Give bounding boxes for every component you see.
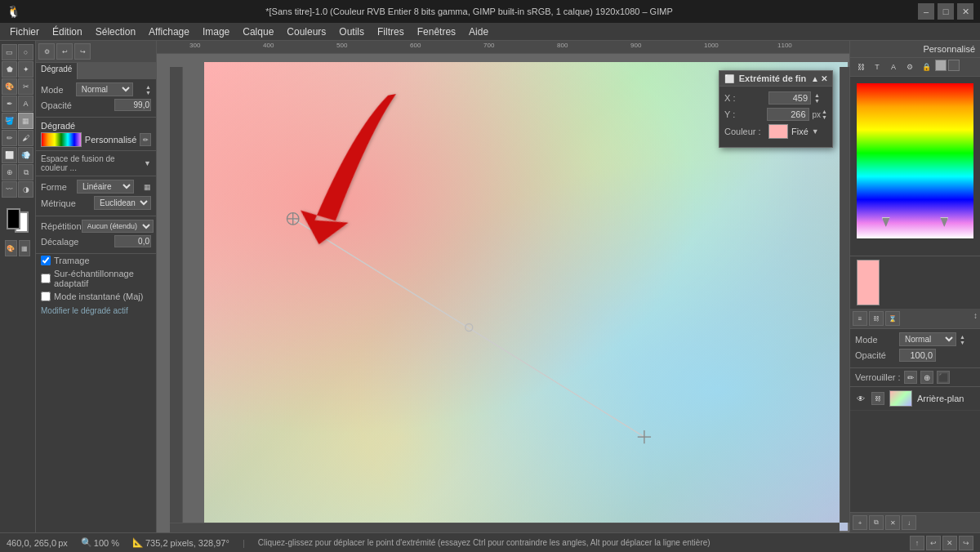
tool-pencil[interactable]: ✏ [2, 130, 17, 146]
layer-new-btn[interactable]: + [853, 515, 867, 530]
tool-fuzzy-select[interactable]: ✦ [18, 61, 33, 78]
tool-eraser[interactable]: ⬜ [2, 147, 17, 163]
tool-rect-select[interactable]: ▭ [2, 44, 17, 60]
sur-ech-checkbox[interactable] [41, 274, 51, 283]
layer-merge-btn[interactable]: ↓ [902, 515, 916, 530]
tool-gradient[interactable]: ▦ [18, 113, 33, 129]
statusbar-btn2[interactable]: ↩ [926, 536, 941, 550]
menu-aide[interactable]: Aide [462, 24, 495, 39]
degrade-preview[interactable] [41, 132, 82, 147]
menu-image[interactable]: Image [196, 24, 236, 39]
gradient-info-btn[interactable]: A [886, 60, 901, 74]
tool-clone[interactable]: ⧉ [18, 164, 33, 180]
menu-outils[interactable]: Outils [332, 24, 371, 39]
canvas-area[interactable]: 300 400 500 600 700 800 900 1000 1100 [157, 41, 849, 532]
gradient-lock-btn[interactable]: 🔒 [919, 60, 933, 74]
menu-calque[interactable]: Calque [236, 24, 280, 39]
menu-fenetres[interactable]: Fenêtres [411, 24, 462, 39]
tool-airbrush[interactable]: 💨 [18, 147, 33, 163]
mode-select[interactable]: Normal [76, 82, 133, 96]
gradient-color2-btn[interactable] [948, 60, 960, 71]
endpoint-dialog: ⬜ Extrémité de fin ▲ ✕ X : ▲ ▼ [719, 70, 833, 148]
menu-filtres[interactable]: Filtres [371, 24, 411, 39]
right-opacity-input[interactable] [899, 349, 936, 362]
layer-copy-btn[interactable]: ⧉ [869, 515, 884, 530]
lock-pixels-btn[interactable]: ✏ [904, 371, 917, 384]
metrique-row: Métrique Euclidean [41, 196, 151, 210]
vscroll[interactable] [840, 67, 849, 523]
color-mode-row: 🎨 ▦ [2, 238, 33, 258]
tool-paint-bucket[interactable]: 🪣 [2, 113, 17, 129]
left-toolbar-btn1[interactable]: ⚙ [38, 43, 55, 60]
right-mode-select[interactable]: Normal [899, 332, 956, 346]
endpoint-dialog-close[interactable]: ✕ [821, 74, 827, 83]
tool-paintbrush[interactable]: 🖌 [18, 130, 33, 146]
couleur-label: Couleur : [724, 127, 765, 136]
layer-delete-btn[interactable]: ✕ [885, 515, 900, 530]
pattern-btn[interactable]: ▦ [19, 240, 31, 256]
statusbar-btn4[interactable]: ↪ [959, 536, 973, 550]
titlebar-icon: 🐧 [7, 5, 20, 18]
tool-row-3: 🎨 ✂ [2, 78, 33, 95]
gradient-config-btn[interactable]: ⚙ [902, 60, 917, 74]
foreground-color[interactable] [7, 208, 20, 229]
opacity-input[interactable]: 99,0 [114, 99, 151, 111]
maximize-button[interactable]: □ [938, 3, 954, 20]
menu-selection[interactable]: Sélection [89, 24, 142, 39]
endpoint-dialog-collapse[interactable]: ▲ [811, 74, 819, 83]
gradient-chain-btn[interactable]: ⛓ [853, 60, 868, 74]
couleur-swatch[interactable] [768, 124, 788, 139]
tool-scissors[interactable]: ✂ [18, 78, 33, 95]
layer-eye-icon[interactable]: 👁 [855, 393, 866, 404]
gradient-text-btn[interactable]: T [870, 60, 884, 74]
statusbar-btn3[interactable]: ✕ [942, 536, 957, 550]
layers-tab-chain[interactable]: ⛓ [869, 311, 884, 326]
right-panel: Personnalisé ⛓ T A ⚙ 🔒 [849, 41, 980, 532]
close-button[interactable]: ✕ [957, 3, 973, 20]
decalage-input[interactable] [114, 235, 151, 247]
menu-couleurs[interactable]: Couleurs [280, 24, 332, 39]
repetition-select[interactable]: Aucun (étendu) [82, 220, 154, 233]
lock-alpha-btn[interactable]: ⬛ [937, 371, 950, 384]
tool-heal[interactable]: ⊕ [2, 164, 17, 180]
y-input[interactable] [767, 108, 809, 121]
tool-smudge[interactable]: 〰 [2, 181, 17, 198]
layers-arrows-btn[interactable]: ↕ [973, 311, 978, 326]
tool-dodge[interactable]: ◑ [18, 181, 33, 198]
layers-tab-list[interactable]: ≡ [853, 311, 867, 326]
menu-affichage[interactable]: Affichage [142, 24, 196, 39]
mode-inst-checkbox[interactable] [41, 292, 51, 301]
stop-handle-left[interactable] [882, 217, 890, 227]
lock-position-btn[interactable]: ⊕ [920, 371, 933, 384]
hscroll[interactable] [170, 523, 840, 532]
left-toolbar-btn3[interactable]: ↪ [74, 43, 91, 60]
fixe-arrow[interactable]: ▼ [812, 127, 819, 136]
tramage-checkbox[interactable] [41, 256, 51, 265]
statusbar-btn1[interactable]: ↑ [910, 536, 924, 550]
tool-paths[interactable]: ✒ [2, 96, 17, 112]
degrade-edit-btn[interactable]: ✏ [140, 133, 151, 146]
tool-select-by-color[interactable]: 🎨 [2, 78, 17, 95]
modifier-link[interactable]: Modifier le dégradé actif [41, 306, 128, 315]
ruler-label-1000: 1000 [704, 42, 719, 49]
gradient-color-btn[interactable] [935, 60, 947, 71]
layers-tab-path[interactable]: ⌛ [885, 311, 900, 326]
tool-free-select[interactable]: ⬟ [2, 61, 17, 78]
x-input[interactable] [768, 91, 811, 105]
color-strip[interactable] [857, 260, 880, 305]
menu-fichier[interactable]: Fichier [3, 24, 46, 39]
left-toolbar-btn2[interactable]: ↩ [56, 43, 73, 60]
menu-edition[interactable]: Édition [46, 24, 89, 39]
gradient-stops-area [857, 217, 973, 227]
tool-ellipse-select[interactable]: ○ [18, 44, 33, 60]
layer-item-arriere[interactable]: 👁 ⛓ Arrière-plan [850, 387, 980, 411]
forme-select[interactable]: Linéaire [77, 180, 134, 194]
metrique-select[interactable]: Euclidean [94, 196, 151, 210]
tab-degrade[interactable]: Dégradé [36, 63, 78, 79]
stop-handle-right[interactable] [940, 217, 948, 227]
tool-row-2: ⬟ ✦ [2, 61, 33, 78]
repetition-section: Répétition Aucun (étendu) Décalage [36, 216, 156, 254]
tool-text[interactable]: A [18, 96, 33, 112]
color-mode-btn[interactable]: 🎨 [5, 240, 17, 256]
minimize-button[interactable]: – [918, 3, 934, 20]
